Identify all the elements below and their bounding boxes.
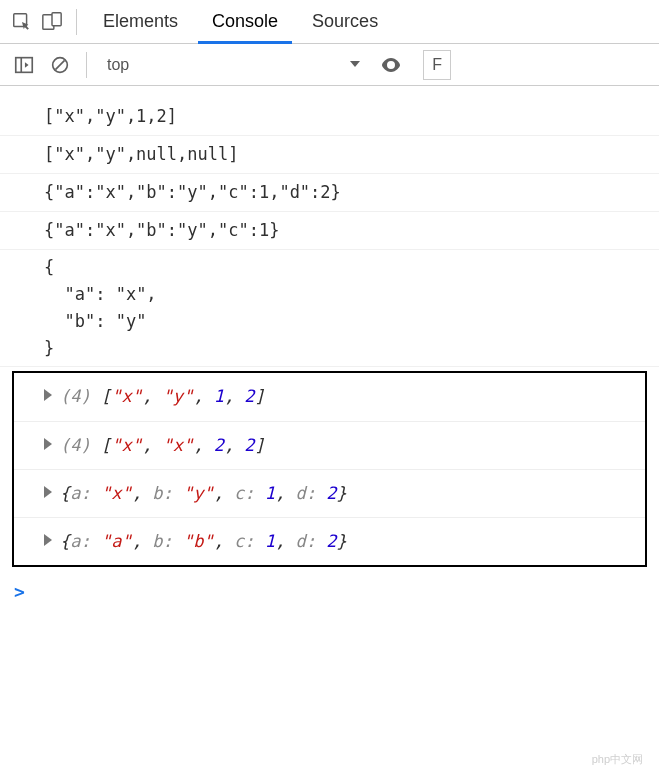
boxed-logs: (4) ["x", "y", 1, 2](4) ["x", "x", 2, 2]… bbox=[12, 371, 647, 567]
filter-input[interactable]: F bbox=[423, 50, 451, 80]
tab-elements[interactable]: Elements bbox=[89, 0, 192, 44]
expandable-log[interactable]: (4) ["x", "x", 2, 2] bbox=[14, 422, 645, 470]
device-toolbar-icon[interactable] bbox=[40, 10, 64, 34]
log-line[interactable]: ["x","y",1,2] bbox=[0, 98, 659, 136]
expandable-log[interactable]: {a: "a", b: "b", c: 1, d: 2} bbox=[14, 518, 645, 565]
filter-label: F bbox=[432, 56, 442, 74]
clear-console-icon[interactable] bbox=[46, 51, 74, 79]
svg-line-7 bbox=[55, 60, 64, 69]
sidebar-toggle-icon[interactable] bbox=[10, 51, 38, 79]
context-selector[interactable]: top bbox=[99, 56, 369, 74]
divider bbox=[76, 9, 77, 35]
svg-point-9 bbox=[389, 63, 393, 67]
tab-sources[interactable]: Sources bbox=[298, 0, 392, 44]
svg-marker-5 bbox=[25, 62, 29, 68]
eye-icon[interactable] bbox=[377, 51, 405, 79]
svg-rect-3 bbox=[16, 57, 33, 72]
console-toolbar: top F bbox=[0, 44, 659, 86]
context-label: top bbox=[107, 56, 129, 74]
inspect-icon[interactable] bbox=[10, 10, 34, 34]
console-prompt[interactable]: > bbox=[0, 573, 659, 610]
svg-marker-8 bbox=[350, 61, 360, 67]
log-line[interactable]: {"a":"x","b":"y","c":1,"d":2} bbox=[0, 174, 659, 212]
expand-arrow-icon bbox=[44, 438, 52, 450]
tab-bar: Elements Console Sources bbox=[0, 0, 659, 44]
svg-rect-2 bbox=[52, 12, 61, 25]
chevron-down-icon bbox=[349, 56, 361, 74]
expand-arrow-icon bbox=[44, 486, 52, 498]
expand-arrow-icon bbox=[44, 534, 52, 546]
console-output: ["x","y",1,2] ["x","y",null,null] {"a":"… bbox=[0, 86, 659, 567]
divider bbox=[86, 52, 87, 78]
tab-console[interactable]: Console bbox=[198, 0, 292, 44]
log-line[interactable]: {"a":"x","b":"y","c":1} bbox=[0, 212, 659, 250]
log-line[interactable]: { "a": "x", "b": "y" } bbox=[0, 250, 659, 368]
expandable-log[interactable]: {a: "x", b: "y", c: 1, d: 2} bbox=[14, 470, 645, 518]
expandable-log[interactable]: (4) ["x", "y", 1, 2] bbox=[14, 373, 645, 421]
expand-arrow-icon bbox=[44, 389, 52, 401]
log-line[interactable]: ["x","y",null,null] bbox=[0, 136, 659, 174]
